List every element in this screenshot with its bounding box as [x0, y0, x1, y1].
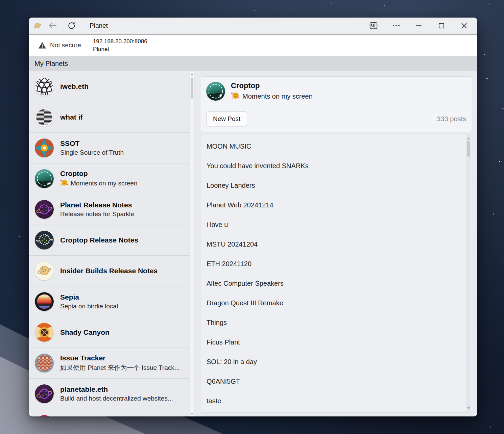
search-in-sidebar-icon[interactable] [368, 21, 379, 31]
post-item[interactable]: You could have invented SNARKs [200, 156, 464, 176]
planet-icon [35, 261, 54, 280]
planet-title: what if [60, 113, 83, 121]
post-item[interactable]: Q6ANI5GT [200, 372, 464, 391]
planet-subtitle-text: Build and host decentralized websites... [60, 395, 173, 402]
sidebar-planet-item[interactable]: Game DB [29, 409, 189, 416]
post-item[interactable]: Dragon Quest III Remake [200, 293, 464, 313]
sidebar-planet-item[interactable]: Shady Canyon [29, 317, 189, 348]
planet-icon [35, 200, 54, 219]
back-button[interactable] [48, 21, 58, 31]
not-secure-warning-icon [38, 41, 46, 49]
sidebar-planet-item[interactable]: planetable.eth Build and host decentrali… [29, 379, 189, 409]
profile-toolbar: New Post 333 posts [200, 106, 472, 132]
planet-icon [35, 169, 54, 188]
planet-subtitle: Release notes for Sparkle [60, 210, 134, 218]
planet-title: Planet Release Notes [60, 201, 134, 209]
planets-sidebar: iweb.eth what if SSOT Single Source of T… [29, 71, 194, 416]
sidebar-list: iweb.eth what if SSOT Single Source of T… [29, 71, 189, 416]
sidebar-planet-item[interactable]: Sepia Sepia on birdie.local [29, 286, 189, 317]
planet-subtitle: Moments on my screen [60, 179, 137, 188]
sidebar-planet-item[interactable]: Croptop Release Notes [29, 225, 189, 256]
planet-subtitle-text: 如果使用 Planet 来作为一个 Issue Track... [60, 363, 180, 372]
planet-icon [35, 354, 54, 373]
section-header-bar: My Planets [29, 56, 477, 71]
post-item[interactable]: i love u [200, 215, 464, 234]
post-item[interactable]: ETH 20241120 [200, 254, 464, 274]
planet-icon [35, 323, 54, 342]
sidebar-scrollbar[interactable] [189, 71, 194, 416]
planet-title: Croptop Release Notes [60, 236, 138, 244]
sidebar-planet-item[interactable]: what if [29, 102, 189, 133]
profile-name: Croptop [231, 81, 313, 90]
browser-window: Planet Not secure 192.168.20.20 [29, 18, 477, 416]
planet-subtitle: Sepia on birdie.local [60, 303, 118, 310]
url-host: 192.168.20.200:8086 [93, 37, 147, 45]
page-title: Planet [90, 22, 108, 29]
planet-content: Croptop Moments on my screen New Post 33… [194, 71, 477, 416]
planet-subtitle-text: Single Source of Truth [60, 149, 124, 156]
security-label: Not secure [50, 42, 81, 49]
planet-title: Croptop [60, 170, 137, 178]
refresh-button[interactable] [67, 21, 77, 31]
planet-subtitle-text: Release notes for Sparkle [60, 210, 134, 218]
post-item[interactable]: taste [200, 391, 464, 411]
planet-title: planetable.eth [60, 385, 173, 393]
post-item[interactable]: Looney Landers [200, 176, 464, 195]
more-options-icon[interactable] [391, 21, 401, 31]
planet-icon [35, 77, 54, 96]
post-item[interactable]: Planet Web 20241214 [200, 195, 464, 215]
planet-icon [35, 108, 54, 127]
profile-subtitle-text: Moments on my screen [242, 93, 313, 100]
planet-icon [35, 231, 54, 250]
address-bar[interactable]: Not secure 192.168.20.200:8086 Planet [29, 34, 477, 56]
profile-header: Croptop Moments on my screen [200, 77, 472, 106]
planet-title: Shady Canyon [60, 328, 110, 336]
post-item[interactable]: Things [200, 313, 464, 332]
scrollbar-thumb[interactable] [467, 141, 470, 157]
planet-icon [35, 138, 54, 157]
planet-subtitle: Single Source of Truth [60, 149, 124, 156]
window-titlebar: Planet [29, 18, 477, 34]
sidebar-planet-item[interactable]: Planet Release Notes Release notes for S… [29, 194, 189, 225]
post-item[interactable]: Ficus Plant [200, 332, 464, 352]
planet-favicon-icon [33, 22, 42, 30]
close-button[interactable] [459, 21, 469, 31]
sidebar-planet-item[interactable]: Insider Builds Release Notes [29, 256, 189, 286]
main-split: iweb.eth what if SSOT Single Source of T… [29, 71, 477, 416]
smiling-face-with-hearts-emoji [60, 179, 68, 188]
planet-title: Sepia [60, 293, 118, 301]
new-post-button[interactable]: New Post [206, 111, 247, 126]
posts-panel: MOON MUSIC You could have invented SNARK… [200, 134, 472, 413]
maximize-button[interactable] [436, 21, 447, 31]
minimize-button[interactable] [414, 21, 424, 31]
sidebar-planet-item[interactable]: iweb.eth [29, 71, 189, 102]
post-item[interactable]: SOL: 20 in a day [200, 352, 464, 372]
scrollbar-thumb[interactable] [191, 78, 193, 99]
planet-icon [35, 292, 54, 311]
wallpaper-stars [0, 0, 1, 1]
window-controls [368, 21, 477, 31]
post-count: 333 posts [437, 115, 466, 123]
posts-list: MOON MUSIC You could have invented SNARK… [200, 136, 464, 411]
sidebar-planet-item[interactable]: Croptop Moments on my screen [29, 163, 189, 194]
smiling-face-with-hearts-emoji [231, 92, 240, 101]
post-item[interactable]: MOON MUSIC [200, 136, 464, 156]
url-field[interactable]: 192.168.20.200:8086 Planet [93, 37, 147, 53]
scroll-down-arrow-icon[interactable] [191, 413, 193, 415]
scroll-down-arrow-icon[interactable] [467, 407, 470, 410]
post-item[interactable]: MSTU 20241204 [200, 234, 464, 254]
profile-card: Croptop Moments on my screen New Post 33… [200, 76, 472, 132]
sidebar-planet-item[interactable]: SSOT Single Source of Truth [29, 133, 189, 163]
sidebar-planet-item[interactable]: Issue Tracker 如果使用 Planet 来作为一个 Issue Tr… [29, 348, 189, 379]
profile-subtitle: Moments on my screen [231, 92, 313, 101]
planet-subtitle-text: Moments on my screen [71, 180, 137, 187]
url-page-title: Planet [93, 45, 147, 53]
croptop-avatar [206, 82, 225, 101]
scroll-up-arrow-icon[interactable] [191, 73, 193, 75]
scroll-up-arrow-icon[interactable] [467, 137, 470, 139]
planet-subtitle: 如果使用 Planet 来作为一个 Issue Track... [60, 363, 180, 372]
planet-icon [35, 384, 54, 403]
posts-scrollbar[interactable] [466, 135, 471, 412]
planet-title: SSOT [60, 139, 124, 148]
post-item[interactable]: Altec Computer Speakers [200, 274, 464, 293]
